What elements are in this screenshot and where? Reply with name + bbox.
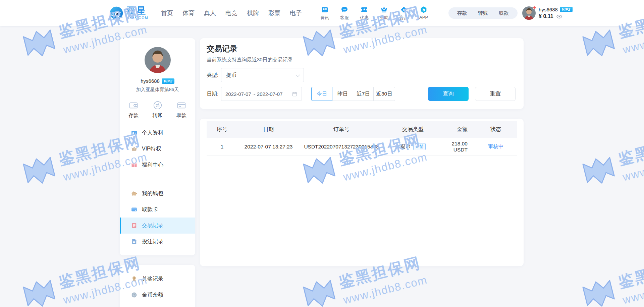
profile-avatar [145, 47, 171, 73]
calendar-icon [292, 91, 298, 97]
detail-chip-button[interactable]: 详情 [413, 143, 426, 150]
jhdb8-logo-icon [20, 276, 59, 307]
header-icon-menu: 资讯 客服 优惠 赞助 [317, 6, 431, 21]
cell-date: 2022-07-07 13:27:23 [237, 138, 300, 156]
top-header: 亚星 YX88.COM 首页 体育 真人 电竞 棋牌 彩票 电子 资讯 [0, 0, 644, 26]
nav-item-slots[interactable]: 电子 [290, 9, 302, 17]
header-item-app[interactable]: APP [416, 6, 431, 21]
sidebar-item-profile[interactable]: 个人资料 [120, 125, 195, 141]
table-row: 1 2022-07-07 13:27:23 USDT20220707132723… [207, 138, 517, 156]
jhdb8-logo-icon [579, 276, 619, 307]
sidebar-item-prize-records[interactable]: 兑奖记录 [120, 271, 195, 287]
col-date: 日期 [237, 121, 300, 138]
nav-item-live[interactable]: 真人 [204, 9, 216, 17]
news-icon [321, 6, 329, 14]
ticket-icon [360, 6, 368, 14]
jhdb8-logo-icon [579, 153, 619, 191]
wallet-pill: 存款 转账 取款 [448, 7, 518, 19]
table-header-row: 序号 日期 订单号 交易类型 金额 状态 [207, 121, 517, 138]
nav-item-lottery[interactable]: 彩票 [268, 9, 280, 17]
cell-status: 审核中 [483, 138, 517, 156]
date-range-input[interactable]: 2022-07-07 ~ 2022-07-07 [221, 87, 302, 101]
deposit-button[interactable]: 存款 [452, 10, 473, 16]
sidebar-item-message-center[interactable]: 消息中心 99+ [120, 303, 195, 307]
sidebar-item-bet-records[interactable]: 投注记录 [120, 234, 195, 250]
wallet-icon [128, 100, 139, 110]
sidebar-deposit-button[interactable]: 存款 [128, 100, 139, 119]
username: hys6688 [539, 7, 558, 12]
partner-icon [400, 6, 408, 14]
header-item-sponsor[interactable]: 赞助 [377, 6, 391, 21]
col-order-no: 订单号 [300, 121, 383, 138]
football-logo-icon [109, 6, 124, 20]
sidebar-profile-card: hys6688 VIP2 加入亚星体育第86天 存款 转账 取款 [120, 38, 195, 255]
header-user[interactable]: hys6688 VIP2 ¥ 0.11 [522, 6, 573, 20]
bet-doc-icon [131, 238, 138, 245]
cell-order-no: USDT202207071327230015488 [300, 138, 383, 156]
range-30days-button[interactable]: 近30日 [373, 87, 395, 101]
sidebar-item-benefits[interactable]: 福利中心 [120, 157, 195, 173]
menu-divider [123, 179, 192, 179]
header-item-news[interactable]: 资讯 [317, 6, 332, 21]
transfer-button[interactable]: 转账 [473, 10, 493, 16]
col-amount: 金额 [442, 121, 483, 138]
sidebar-item-vip[interactable]: VIP特权 [120, 141, 195, 157]
quick-range-group: 今日 昨日 近7日 近30日 [311, 87, 395, 101]
sidebar-transfer-button[interactable]: 转账 [153, 100, 163, 119]
cell-amount: 218.00 USDT [442, 138, 483, 156]
nav-item-chess[interactable]: 棋牌 [247, 9, 259, 17]
sidebar-menu: 个人资料 VIP特权 福利中心 [120, 125, 195, 250]
sidebar-item-transaction-records[interactable]: 交易记录 [120, 218, 195, 234]
id-card-icon [131, 129, 138, 136]
sidebar-item-wallet[interactable]: 我的钱包 [120, 185, 195, 201]
records-table-card: 序号 日期 订单号 交易类型 金额 状态 1 2022-07-07 13:27:… [200, 119, 524, 266]
status-reviewing: 审核中 [488, 143, 504, 149]
bank-card-icon [176, 100, 186, 110]
profile-vip-badge: VIP2 [162, 78, 174, 84]
nav-item-sports[interactable]: 体育 [182, 9, 195, 17]
header-item-promotions[interactable]: 优惠 [357, 6, 372, 21]
jhdb8-logo-icon [20, 153, 59, 191]
logo-domain: YX88.COM [126, 16, 148, 20]
site-logo[interactable]: 亚星 YX88.COM [109, 6, 148, 20]
piggy-bank-icon [131, 190, 138, 197]
app-icon [420, 6, 428, 14]
range-yesterday-button[interactable]: 昨日 [332, 87, 353, 101]
col-seq: 序号 [207, 121, 237, 138]
vip-crown-icon [131, 145, 138, 152]
sidebar-withdraw-button[interactable]: 取款 [176, 100, 186, 119]
gift-icon [131, 162, 138, 168]
type-select[interactable]: 提币 [221, 68, 304, 82]
user-avatar[interactable] [522, 6, 536, 20]
logo-brand: 亚星 [126, 6, 148, 15]
type-label: 类型: [207, 72, 221, 79]
records-table: 序号 日期 订单号 交易类型 金额 状态 1 2022-07-07 13:27:… [207, 121, 517, 156]
query-button[interactable]: 查询 [428, 87, 469, 101]
profile-username: hys6688 [141, 78, 160, 84]
nav-item-home[interactable]: 首页 [161, 9, 173, 17]
eye-icon[interactable] [556, 13, 562, 20]
customer-service-icon [340, 6, 348, 14]
transaction-doc-icon [131, 222, 138, 229]
header-item-support[interactable]: 客服 [337, 6, 352, 21]
header-item-partner[interactable]: 合营 [396, 6, 411, 21]
page-subtitle: 当前系统支持查询最近30日的交易记录 [207, 57, 293, 63]
filter-card: 交易记录 当前系统支持查询最近30日的交易记录 类型: 提币 日期: 2022-… [200, 38, 524, 109]
watermark: 鉴黑担保网www.jhdb8.com [579, 129, 644, 193]
transfer-icon [153, 100, 163, 110]
withdraw-button[interactable]: 取款 [493, 10, 514, 16]
sidebar-secondary-card: 兑奖记录 金币余额 消息中心 99+ [120, 265, 195, 307]
nav-item-esports[interactable]: 电竞 [225, 9, 237, 17]
chevron-down-icon [296, 72, 300, 77]
range-7days-button[interactable]: 近7日 [353, 87, 374, 101]
jhdb8-logo-icon [579, 26, 619, 64]
jhdb8-logo-icon [300, 276, 339, 307]
withdraw-card-icon [131, 206, 138, 213]
vip-badge: VIP2 [560, 7, 573, 12]
range-today-button[interactable]: 今日 [311, 87, 332, 101]
col-status: 状态 [483, 121, 517, 138]
date-label: 日期: [207, 90, 221, 98]
sidebar-item-withdraw-card[interactable]: 取款卡 [120, 201, 195, 218]
reset-button[interactable]: 重置 [475, 87, 516, 101]
sidebar-item-coin-balance[interactable]: 金币余额 [120, 287, 195, 303]
